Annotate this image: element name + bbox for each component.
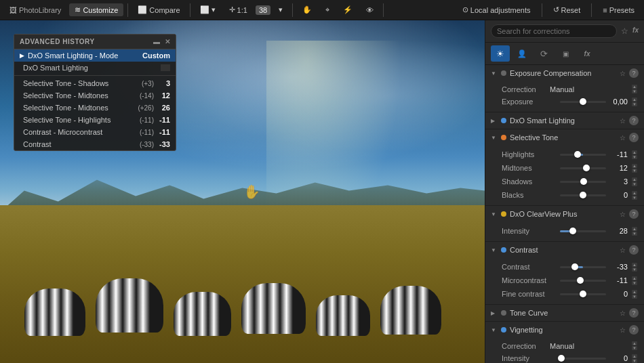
section-selective-tone-star[interactable]: ☆ (620, 134, 626, 142)
midtones-spinner-up[interactable]: ▲ (632, 164, 637, 168)
contrast-track[interactable] (560, 266, 606, 268)
highlights-spinner-up[interactable]: ▲ (632, 150, 637, 154)
clearview-spinner-up[interactable]: ▲ (632, 227, 637, 231)
shadows-thumb[interactable] (580, 178, 587, 185)
fine-contrast-spinner-up[interactable]: ▲ (632, 290, 637, 294)
vignetting-correction-spinner[interactable]: ▲ ▼ (632, 341, 637, 350)
history-item-6[interactable]: Contrast - Microcontrast (-11) -11 (14, 126, 176, 138)
microcontrast-spinner-down[interactable]: ▼ (632, 281, 637, 285)
vignetting-intensity-spinner-down[interactable]: ▼ (632, 359, 637, 363)
person-tool-btn[interactable]: 👤 (512, 45, 531, 62)
fine-contrast-thumb[interactable] (580, 291, 586, 297)
clock-tool-btn[interactable]: ⟳ (534, 45, 553, 62)
history-close-btn[interactable]: ✕ (165, 38, 171, 45)
blacks-spinner[interactable]: ▲ ▼ (632, 191, 637, 200)
history-item-4[interactable]: Selective Tone - Midtones (+26) 26 (14, 102, 176, 114)
clearview-intensity-spinner[interactable]: ▲ ▼ (632, 227, 637, 236)
search-input[interactable] (491, 24, 617, 38)
history-item-3[interactable]: Selective Tone - Midtones (-14) 12 (14, 89, 176, 102)
photo-library-btn[interactable]: 🖼 PhotoLibrary (4, 4, 66, 16)
section-clearview-header[interactable]: ▼ DxO ClearView Plus ☆ ? (485, 206, 644, 222)
history-item-5[interactable]: Selective Tone - Highlights (-11) -11 (14, 114, 176, 126)
vignetting-intensity-spinner-up[interactable]: ▲ (632, 354, 637, 358)
section-smart-lighting-header[interactable]: ▶ DxO Smart Lighting ☆ ? (485, 112, 644, 129)
history-item-2[interactable]: Selective Tone - Shadows (+3) 3 (14, 77, 176, 89)
contrast-spinner-down[interactable]: ▼ (632, 268, 637, 272)
vignetting-intensity-track[interactable] (560, 358, 606, 360)
highlights-spinner-down[interactable]: ▼ (632, 155, 637, 159)
section-contrast-header[interactable]: ▼ Contrast ☆ ? (485, 242, 644, 258)
shadows-spinner-down[interactable]: ▼ (632, 182, 637, 186)
highlights-track[interactable] (560, 154, 606, 156)
customize-btn[interactable]: ≋ Customize (69, 3, 123, 16)
vignetting-correction-spinner-up[interactable]: ▲ (632, 341, 637, 345)
view-mode-btn[interactable]: ⬜ ▾ (195, 3, 221, 16)
history-item-0[interactable]: ▶ DxO Smart Lighting - Mode Custom (14, 49, 176, 62)
clearview-intensity-track[interactable] (560, 230, 606, 232)
clearview-spinner-down[interactable]: ▼ (632, 232, 637, 236)
history-item-1[interactable]: DxO Smart Lighting (14, 62, 176, 74)
blacks-spinner-up[interactable]: ▲ (632, 191, 637, 195)
zoom-arrow[interactable]: ▾ (273, 3, 288, 16)
presets-btn[interactable]: ≡ Presets (597, 4, 640, 16)
red-eye-btn[interactable]: 👁 (361, 4, 379, 16)
blacks-track[interactable] (560, 194, 606, 196)
shadows-track[interactable] (560, 181, 606, 183)
zoom-tool-btn[interactable]: ✛ 1:1 (224, 3, 253, 16)
sun-tool-btn[interactable]: ☀ (491, 45, 510, 62)
image-area[interactable]: ADVANCED HISTORY ▬ ✕ ▶ DxO Smart Lightin… (0, 20, 485, 363)
exposure-spinner-up[interactable]: ▲ (632, 98, 637, 102)
contrast-thumb[interactable] (571, 263, 578, 270)
blacks-thumb[interactable] (580, 192, 586, 198)
exposure-spinner-down[interactable]: ▼ (632, 102, 637, 106)
vignetting-correction-spinner-down[interactable]: ▼ (632, 346, 637, 350)
fx-tool-btn[interactable]: fx (578, 45, 597, 62)
section-vignetting-help[interactable]: ? (629, 325, 639, 335)
correction-spinner[interactable]: ▲ ▼ (632, 85, 637, 93)
clearview-intensity-thumb[interactable] (569, 228, 576, 234)
local-adjustments-btn[interactable]: ⊙ Local adjustments (457, 3, 536, 16)
section-exposure-header[interactable]: ▼ Exposure Compensation ☆ ? (485, 65, 644, 81)
section-contrast-help[interactable]: ? (629, 245, 639, 255)
section-selective-tone-header[interactable]: ▼ Selective Tone ☆ ? (485, 129, 644, 146)
rect-tool-btn[interactable]: ▣ (556, 45, 575, 62)
highlights-thumb[interactable] (574, 151, 581, 158)
midtones-thumb[interactable] (583, 165, 590, 171)
section-selective-tone-help[interactable]: ? (629, 133, 639, 142)
microcontrast-track[interactable] (560, 280, 606, 282)
vignetting-intensity-spinner[interactable]: ▲ ▼ (632, 354, 637, 363)
microcontrast-spinner[interactable]: ▲ ▼ (632, 276, 637, 285)
history-item-7[interactable]: Contrast (-33) -33 (14, 138, 176, 150)
contrast-spinner-up[interactable]: ▲ (632, 263, 637, 267)
section-contrast-star[interactable]: ☆ (620, 247, 626, 254)
pan-tool-btn[interactable]: ✋ (297, 3, 317, 16)
blacks-spinner-down[interactable]: ▼ (632, 196, 637, 200)
section-exposure-star[interactable]: ☆ (620, 70, 626, 77)
fine-contrast-spinner-down[interactable]: ▼ (632, 295, 637, 299)
repair-tool-btn[interactable]: ⚡ (338, 3, 358, 16)
exposure-thumb[interactable] (580, 98, 586, 105)
compare-btn[interactable]: ⬜ Compare (132, 3, 185, 16)
shadows-spinner-up[interactable]: ▲ (632, 177, 637, 182)
section-exposure-help[interactable]: ? (629, 68, 639, 78)
section-smart-lighting-help[interactable]: ? (629, 116, 639, 125)
midtones-spinner[interactable]: ▲ ▼ (632, 164, 637, 173)
section-tone-curve-help[interactable]: ? (629, 308, 639, 318)
microcontrast-thumb[interactable] (577, 277, 584, 284)
fx-btn[interactable]: fx (632, 26, 639, 36)
section-vignetting-star[interactable]: ☆ (620, 326, 626, 334)
history-minimize-btn[interactable]: ▬ (153, 38, 161, 45)
microcontrast-spinner-up[interactable]: ▲ (632, 276, 637, 280)
midtones-track[interactable] (560, 167, 606, 169)
shadows-spinner[interactable]: ▲ ▼ (632, 177, 637, 186)
reset-btn[interactable]: ↺ Reset (548, 3, 586, 16)
exposure-spinner[interactable]: ▲ ▼ (632, 98, 637, 106)
fine-contrast-track[interactable] (560, 293, 606, 295)
star-filter-btn[interactable]: ☆ (621, 26, 628, 36)
section-tone-curve-star[interactable]: ☆ (620, 309, 626, 317)
section-clearview-star[interactable]: ☆ (620, 211, 626, 218)
section-clearview-help[interactable]: ? (629, 209, 639, 219)
section-tone-curve-header[interactable]: ▶ Tone Curve ☆ ? (485, 305, 644, 321)
section-smart-lighting-star[interactable]: ☆ (620, 117, 626, 125)
contrast-spinner[interactable]: ▲ ▼ (632, 263, 637, 272)
